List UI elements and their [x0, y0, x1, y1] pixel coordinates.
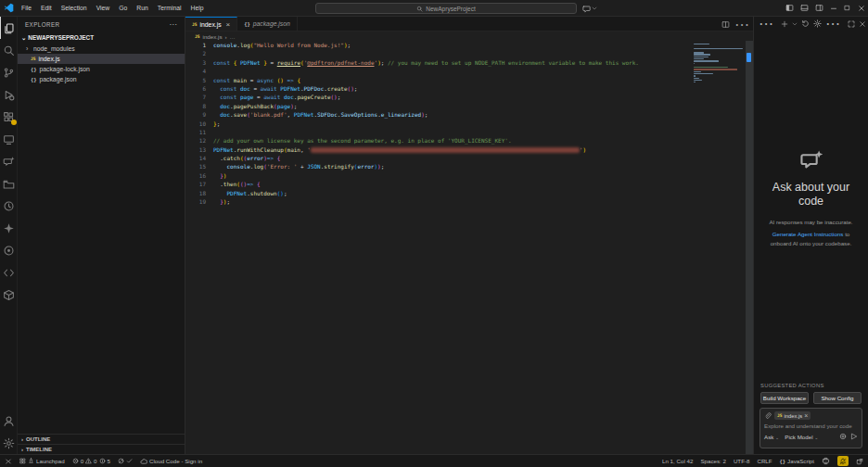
code-editor[interactable]: 1console.log("Hello World from Node.js!"… — [185, 41, 753, 454]
code-line-5[interactable]: 5const main = async () => { — [185, 76, 753, 84]
activity-folder-library-icon[interactable] — [0, 172, 18, 195]
menu-selection[interactable]: Selection — [57, 0, 92, 16]
command-center[interactable]: NewApryseProject — [315, 3, 577, 14]
indentation[interactable]: Spaces: 2 — [700, 458, 726, 464]
chat-input-box[interactable]: JS index.js × Explore and understand you… — [760, 408, 862, 448]
toggle-sidebar-icon[interactable] — [782, 0, 797, 16]
generate-agent-instructions-link[interactable]: Generate Agent Instructions — [772, 231, 844, 237]
code-line-16[interactable]: 16 }) — [185, 171, 753, 180]
code-line-15[interactable]: 15 console.log('Error: ' + JSON.stringif… — [185, 162, 753, 170]
file-index.js[interactable]: JSindex.js — [18, 54, 185, 64]
chat-settings-icon[interactable] — [813, 19, 822, 28]
remote-indicator[interactable] — [5, 458, 12, 465]
cloud-code-signin[interactable]: Cloud Code - Sign in — [140, 458, 202, 465]
menu-run[interactable]: Run — [132, 0, 152, 16]
copilot-menu-button[interactable] — [582, 3, 597, 14]
model-picker-dropdown[interactable]: Pick Model ⌄ — [785, 434, 818, 440]
tab-index.js[interactable]: JSindex.js× — [185, 17, 237, 31]
ports-icon[interactable] — [822, 457, 830, 465]
code-line-19[interactable]: 19 }); — [185, 197, 753, 206]
chat-history-icon[interactable] — [801, 19, 810, 28]
activity-gear-circle-icon[interactable] — [0, 239, 18, 261]
code-line-18[interactable]: 18 PDFNet.shutdown(); — [185, 189, 753, 197]
file-package.json[interactable]: {}package.json — [18, 74, 185, 84]
expand-panel-icon[interactable] — [848, 20, 855, 28]
chat-input-placeholder[interactable]: Explore and understand your code — [764, 423, 858, 429]
language-mode[interactable]: {} JavaScript — [780, 458, 814, 464]
remove-attachment-icon[interactable]: × — [804, 412, 808, 419]
file-node_modules[interactable]: ›node_modules — [18, 44, 185, 54]
panel-more-actions-icon[interactable]: ⋯ — [825, 15, 840, 32]
checks-status[interactable] — [118, 458, 133, 464]
eol-sequence[interactable]: CRLF — [757, 458, 772, 464]
send-message-icon[interactable] — [850, 433, 858, 440]
activity-explorer-icon[interactable] — [0, 17, 18, 39]
activity-code-brackets-icon[interactable] — [0, 261, 18, 284]
file-package-lock.json[interactable]: {}package-lock.json — [18, 64, 185, 74]
code-line-1[interactable]: 1console.log("Hello World from Node.js!"… — [185, 41, 753, 49]
launchpad-button[interactable]: Launchpad — [19, 458, 65, 464]
project-root-row[interactable]: ⌄ NEWAPRYSEPROJECT — [18, 32, 185, 44]
maximize-button[interactable] — [840, 0, 854, 16]
activity-source-control-icon[interactable] — [0, 61, 18, 83]
menu-go[interactable]: Go — [114, 0, 132, 16]
code-line-4[interactable]: 4 — [185, 67, 753, 75]
cursor-position[interactable]: Ln 1, Col 42 — [662, 458, 693, 464]
code-line-8[interactable]: 8 doc.pagePushBack(page); — [185, 102, 753, 110]
build-workspace-button[interactable]: Build Workspace — [760, 392, 809, 404]
code-line-17[interactable]: 17 .then(()=> { — [185, 180, 753, 188]
scrollbar-thumb[interactable] — [747, 53, 751, 62]
breadcrumb[interactable]: JS index.js › … — [185, 32, 753, 41]
toggle-secondary-sidebar-icon[interactable] — [811, 0, 826, 16]
menu-help[interactable]: Help — [185, 0, 208, 16]
menu-view[interactable]: View — [92, 0, 115, 16]
attach-context-icon[interactable] — [764, 412, 772, 420]
show-config-button[interactable]: Show Config — [813, 392, 862, 404]
assist-warning-icon[interactable] — [837, 456, 849, 466]
menu-terminal[interactable]: Terminal — [153, 0, 186, 16]
chat-mode-dropdown[interactable]: Ask ⌄ — [764, 434, 779, 440]
code-line-3[interactable]: 3const { PDFNet } = require('@pdftron/pd… — [185, 58, 753, 67]
external-window-icon[interactable] — [856, 458, 863, 465]
activity-history-clock-icon[interactable] — [0, 195, 18, 217]
code-line-14[interactable]: 14 .catch((error)=> { — [185, 154, 753, 162]
activity-remote-explorer-icon[interactable] — [0, 128, 18, 150]
editor-scrollbar[interactable] — [746, 41, 753, 454]
code-line-9[interactable]: 9 doc.save('blank.pdf', PDFNet.SDFDoc.Sa… — [185, 110, 753, 119]
voice-input-icon[interactable] — [839, 433, 847, 440]
close-window-button[interactable] — [854, 0, 868, 16]
new-chat-icon[interactable] — [781, 20, 788, 28]
tab-package.json[interactable]: {}package.json — [237, 17, 298, 31]
toggle-panel-icon[interactable] — [797, 0, 811, 16]
minimap[interactable] — [694, 44, 744, 83]
panel-more-icon[interactable]: ⋯ — [759, 15, 773, 32]
activity-run-debug-icon[interactable] — [0, 83, 18, 106]
minimize-button[interactable] — [826, 0, 840, 16]
code-line-13[interactable]: 13PDFNet.runWithCleanup(main, '') — [185, 145, 753, 154]
menu-edit[interactable]: Edit — [36, 0, 57, 16]
encoding[interactable]: UTF-8 — [734, 458, 750, 464]
section-outline[interactable]: ›OUTLINE — [18, 434, 185, 444]
close-tab-icon[interactable]: × — [226, 20, 231, 29]
editor-more-actions-icon[interactable]: ⋯ — [734, 16, 749, 33]
code-line-2[interactable]: 2 — [185, 49, 753, 57]
code-line-10[interactable]: 10}; — [185, 120, 753, 128]
activity-search-icon[interactable] — [0, 39, 18, 61]
activity-chat-sparkle-icon[interactable] — [0, 150, 18, 172]
close-panel-icon[interactable] — [859, 20, 866, 28]
activity-package-cube-icon[interactable] — [0, 284, 18, 306]
activity-account-icon[interactable] — [0, 410, 18, 432]
chevron-down-icon[interactable] — [792, 21, 798, 27]
section-timeline[interactable]: ›TIMELINE — [18, 444, 185, 454]
attached-file-chip[interactable]: JS index.js × — [774, 411, 811, 420]
menu-file[interactable]: File — [17, 0, 36, 16]
code-line-12[interactable]: 12// add your own license key as the sec… — [185, 136, 753, 145]
split-editor-icon[interactable] — [721, 20, 730, 29]
activity-gemini-sparkle-icon[interactable] — [0, 217, 18, 239]
activity-extensions-icon[interactable] — [0, 106, 18, 128]
problems-button[interactable]: 0 0 5 — [72, 458, 110, 464]
code-line-11[interactable]: 11 — [185, 128, 753, 136]
code-line-7[interactable]: 7 const page = await doc.pageCreate(); — [185, 93, 753, 101]
code-line-6[interactable]: 6 const doc = await PDFNet.PDFDoc.create… — [185, 84, 753, 93]
explorer-more-actions-icon[interactable]: ⋯ — [170, 20, 177, 29]
